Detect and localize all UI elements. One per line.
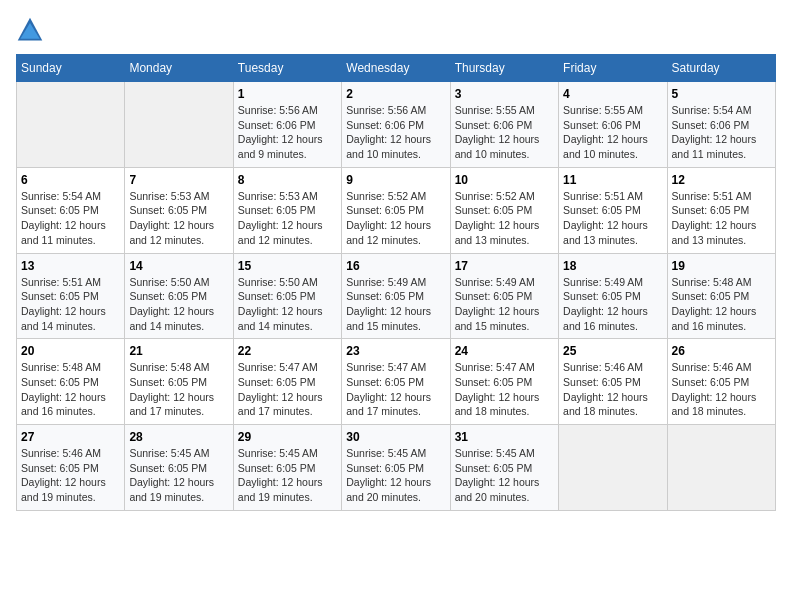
day-detail: Sunrise: 5:56 AM Sunset: 6:06 PM Dayligh… bbox=[346, 103, 445, 162]
calendar-cell: 4Sunrise: 5:55 AM Sunset: 6:06 PM Daylig… bbox=[559, 82, 667, 168]
calendar-cell: 7Sunrise: 5:53 AM Sunset: 6:05 PM Daylig… bbox=[125, 167, 233, 253]
day-detail: Sunrise: 5:54 AM Sunset: 6:06 PM Dayligh… bbox=[672, 103, 771, 162]
day-number: 4 bbox=[563, 87, 662, 101]
day-number: 7 bbox=[129, 173, 228, 187]
day-number: 14 bbox=[129, 259, 228, 273]
day-of-week-header: Tuesday bbox=[233, 55, 341, 82]
day-of-week-header: Monday bbox=[125, 55, 233, 82]
day-number: 10 bbox=[455, 173, 554, 187]
day-detail: Sunrise: 5:55 AM Sunset: 6:06 PM Dayligh… bbox=[563, 103, 662, 162]
calendar-cell: 29Sunrise: 5:45 AM Sunset: 6:05 PM Dayli… bbox=[233, 425, 341, 511]
day-detail: Sunrise: 5:45 AM Sunset: 6:05 PM Dayligh… bbox=[129, 446, 228, 505]
calendar-cell: 15Sunrise: 5:50 AM Sunset: 6:05 PM Dayli… bbox=[233, 253, 341, 339]
calendar-cell: 26Sunrise: 5:46 AM Sunset: 6:05 PM Dayli… bbox=[667, 339, 775, 425]
calendar-cell: 24Sunrise: 5:47 AM Sunset: 6:05 PM Dayli… bbox=[450, 339, 558, 425]
calendar-week-row: 27Sunrise: 5:46 AM Sunset: 6:05 PM Dayli… bbox=[17, 425, 776, 511]
day-number: 15 bbox=[238, 259, 337, 273]
calendar-cell bbox=[125, 82, 233, 168]
calendar-cell: 14Sunrise: 5:50 AM Sunset: 6:05 PM Dayli… bbox=[125, 253, 233, 339]
calendar-cell bbox=[667, 425, 775, 511]
day-number: 17 bbox=[455, 259, 554, 273]
day-detail: Sunrise: 5:55 AM Sunset: 6:06 PM Dayligh… bbox=[455, 103, 554, 162]
day-number: 9 bbox=[346, 173, 445, 187]
calendar-cell: 18Sunrise: 5:49 AM Sunset: 6:05 PM Dayli… bbox=[559, 253, 667, 339]
calendar-cell: 10Sunrise: 5:52 AM Sunset: 6:05 PM Dayli… bbox=[450, 167, 558, 253]
calendar-cell: 31Sunrise: 5:45 AM Sunset: 6:05 PM Dayli… bbox=[450, 425, 558, 511]
calendar-cell: 28Sunrise: 5:45 AM Sunset: 6:05 PM Dayli… bbox=[125, 425, 233, 511]
calendar-cell: 6Sunrise: 5:54 AM Sunset: 6:05 PM Daylig… bbox=[17, 167, 125, 253]
day-number: 3 bbox=[455, 87, 554, 101]
day-detail: Sunrise: 5:48 AM Sunset: 6:05 PM Dayligh… bbox=[129, 360, 228, 419]
day-detail: Sunrise: 5:49 AM Sunset: 6:05 PM Dayligh… bbox=[563, 275, 662, 334]
day-of-week-header: Sunday bbox=[17, 55, 125, 82]
day-detail: Sunrise: 5:51 AM Sunset: 6:05 PM Dayligh… bbox=[563, 189, 662, 248]
day-detail: Sunrise: 5:50 AM Sunset: 6:05 PM Dayligh… bbox=[129, 275, 228, 334]
day-detail: Sunrise: 5:56 AM Sunset: 6:06 PM Dayligh… bbox=[238, 103, 337, 162]
day-detail: Sunrise: 5:47 AM Sunset: 6:05 PM Dayligh… bbox=[238, 360, 337, 419]
logo-icon bbox=[16, 16, 44, 44]
day-detail: Sunrise: 5:53 AM Sunset: 6:05 PM Dayligh… bbox=[238, 189, 337, 248]
day-number: 20 bbox=[21, 344, 120, 358]
day-number: 18 bbox=[563, 259, 662, 273]
day-number: 22 bbox=[238, 344, 337, 358]
day-detail: Sunrise: 5:45 AM Sunset: 6:05 PM Dayligh… bbox=[455, 446, 554, 505]
logo bbox=[16, 16, 48, 44]
day-number: 30 bbox=[346, 430, 445, 444]
day-number: 1 bbox=[238, 87, 337, 101]
day-number: 2 bbox=[346, 87, 445, 101]
day-detail: Sunrise: 5:46 AM Sunset: 6:05 PM Dayligh… bbox=[672, 360, 771, 419]
day-detail: Sunrise: 5:47 AM Sunset: 6:05 PM Dayligh… bbox=[346, 360, 445, 419]
day-detail: Sunrise: 5:53 AM Sunset: 6:05 PM Dayligh… bbox=[129, 189, 228, 248]
day-detail: Sunrise: 5:48 AM Sunset: 6:05 PM Dayligh… bbox=[672, 275, 771, 334]
calendar-week-row: 6Sunrise: 5:54 AM Sunset: 6:05 PM Daylig… bbox=[17, 167, 776, 253]
calendar-cell: 21Sunrise: 5:48 AM Sunset: 6:05 PM Dayli… bbox=[125, 339, 233, 425]
day-number: 25 bbox=[563, 344, 662, 358]
day-detail: Sunrise: 5:45 AM Sunset: 6:05 PM Dayligh… bbox=[346, 446, 445, 505]
day-number: 28 bbox=[129, 430, 228, 444]
day-number: 29 bbox=[238, 430, 337, 444]
day-of-week-header: Friday bbox=[559, 55, 667, 82]
calendar-cell: 5Sunrise: 5:54 AM Sunset: 6:06 PM Daylig… bbox=[667, 82, 775, 168]
calendar-cell: 30Sunrise: 5:45 AM Sunset: 6:05 PM Dayli… bbox=[342, 425, 450, 511]
day-number: 21 bbox=[129, 344, 228, 358]
day-detail: Sunrise: 5:45 AM Sunset: 6:05 PM Dayligh… bbox=[238, 446, 337, 505]
day-detail: Sunrise: 5:49 AM Sunset: 6:05 PM Dayligh… bbox=[346, 275, 445, 334]
calendar-header: SundayMondayTuesdayWednesdayThursdayFrid… bbox=[17, 55, 776, 82]
day-detail: Sunrise: 5:46 AM Sunset: 6:05 PM Dayligh… bbox=[21, 446, 120, 505]
calendar-cell: 11Sunrise: 5:51 AM Sunset: 6:05 PM Dayli… bbox=[559, 167, 667, 253]
day-detail: Sunrise: 5:52 AM Sunset: 6:05 PM Dayligh… bbox=[455, 189, 554, 248]
day-number: 11 bbox=[563, 173, 662, 187]
day-number: 12 bbox=[672, 173, 771, 187]
day-of-week-header: Thursday bbox=[450, 55, 558, 82]
calendar-cell: 12Sunrise: 5:51 AM Sunset: 6:05 PM Dayli… bbox=[667, 167, 775, 253]
calendar-cell: 23Sunrise: 5:47 AM Sunset: 6:05 PM Dayli… bbox=[342, 339, 450, 425]
day-number: 6 bbox=[21, 173, 120, 187]
calendar-cell: 27Sunrise: 5:46 AM Sunset: 6:05 PM Dayli… bbox=[17, 425, 125, 511]
calendar-cell bbox=[559, 425, 667, 511]
calendar-week-row: 20Sunrise: 5:48 AM Sunset: 6:05 PM Dayli… bbox=[17, 339, 776, 425]
calendar-cell: 2Sunrise: 5:56 AM Sunset: 6:06 PM Daylig… bbox=[342, 82, 450, 168]
day-number: 16 bbox=[346, 259, 445, 273]
day-detail: Sunrise: 5:54 AM Sunset: 6:05 PM Dayligh… bbox=[21, 189, 120, 248]
days-of-week-row: SundayMondayTuesdayWednesdayThursdayFrid… bbox=[17, 55, 776, 82]
day-number: 23 bbox=[346, 344, 445, 358]
calendar-cell: 9Sunrise: 5:52 AM Sunset: 6:05 PM Daylig… bbox=[342, 167, 450, 253]
page-header bbox=[16, 16, 776, 44]
day-detail: Sunrise: 5:51 AM Sunset: 6:05 PM Dayligh… bbox=[672, 189, 771, 248]
day-detail: Sunrise: 5:47 AM Sunset: 6:05 PM Dayligh… bbox=[455, 360, 554, 419]
day-detail: Sunrise: 5:52 AM Sunset: 6:05 PM Dayligh… bbox=[346, 189, 445, 248]
day-detail: Sunrise: 5:50 AM Sunset: 6:05 PM Dayligh… bbox=[238, 275, 337, 334]
calendar-cell: 20Sunrise: 5:48 AM Sunset: 6:05 PM Dayli… bbox=[17, 339, 125, 425]
calendar-cell bbox=[17, 82, 125, 168]
calendar-week-row: 1Sunrise: 5:56 AM Sunset: 6:06 PM Daylig… bbox=[17, 82, 776, 168]
day-detail: Sunrise: 5:51 AM Sunset: 6:05 PM Dayligh… bbox=[21, 275, 120, 334]
calendar-cell: 17Sunrise: 5:49 AM Sunset: 6:05 PM Dayli… bbox=[450, 253, 558, 339]
calendar-cell: 22Sunrise: 5:47 AM Sunset: 6:05 PM Dayli… bbox=[233, 339, 341, 425]
calendar-table: SundayMondayTuesdayWednesdayThursdayFrid… bbox=[16, 54, 776, 511]
day-number: 8 bbox=[238, 173, 337, 187]
calendar-body: 1Sunrise: 5:56 AM Sunset: 6:06 PM Daylig… bbox=[17, 82, 776, 511]
calendar-week-row: 13Sunrise: 5:51 AM Sunset: 6:05 PM Dayli… bbox=[17, 253, 776, 339]
day-number: 26 bbox=[672, 344, 771, 358]
day-number: 13 bbox=[21, 259, 120, 273]
day-of-week-header: Wednesday bbox=[342, 55, 450, 82]
